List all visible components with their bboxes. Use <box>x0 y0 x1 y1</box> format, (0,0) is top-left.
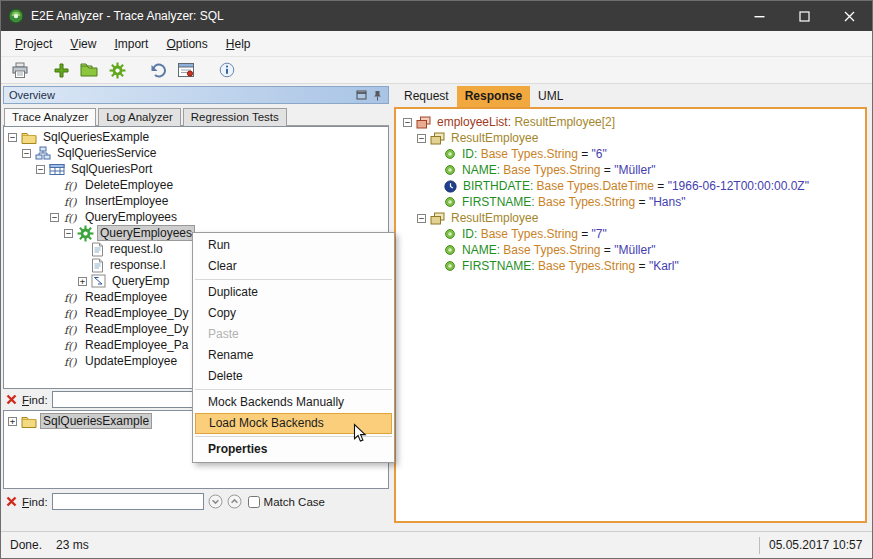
pin-icon[interactable] <box>372 90 383 101</box>
text-part: Base Types.String <box>538 195 635 209</box>
context-item-duplicate[interactable]: Duplicate <box>193 282 394 303</box>
response-node-name[interactable]: NAME: Base Types.String = "Müller" <box>399 162 862 178</box>
tab-request[interactable]: Request <box>396 86 457 107</box>
tab-response[interactable]: Response <box>457 86 530 107</box>
text-part: = <box>601 163 615 177</box>
response-node-firstname[interactable]: FIRSTNAME: Base Types.String = "Karl" <box>399 258 862 274</box>
find-previous-button[interactable] <box>227 494 242 509</box>
expander-plus-icon[interactable]: + <box>8 417 17 426</box>
menu-import[interactable]: Import <box>105 31 157 56</box>
response-node-label: NAME: Base Types.String = "Müller" <box>460 243 657 257</box>
add-button[interactable] <box>49 59 73 82</box>
menu-help[interactable]: Help <box>217 31 260 56</box>
context-item-properties[interactable]: Properties <box>193 439 394 460</box>
menu-project[interactable]: Project <box>6 31 61 56</box>
context-item-copy[interactable]: Copy <box>193 303 394 324</box>
trace-node-sqlqueriesservice[interactable]: −SqlQueriesService <box>4 145 388 161</box>
response-node-birthdate[interactable]: BIRTHDATE: Base Types.DateTime = "1966-0… <box>399 178 862 194</box>
svg-text:f(): f() <box>64 339 77 352</box>
find-bar-bottom: Find: Match Case <box>3 489 389 514</box>
menu-view[interactable]: View <box>61 31 105 56</box>
open-project-button[interactable] <box>77 59 101 82</box>
result-object-icon <box>430 132 445 145</box>
minimize-button[interactable] <box>737 1 782 31</box>
print-button[interactable] <box>8 59 32 82</box>
trace-node-label: SqlQueriesService <box>55 146 158 160</box>
clear-find-button[interactable] <box>5 393 18 406</box>
info-button[interactable] <box>215 59 239 82</box>
expander-plus-icon[interactable]: + <box>78 277 87 286</box>
response-node-id[interactable]: ID: Base Types.String = "7" <box>399 226 862 242</box>
expander-minus-icon[interactable]: − <box>64 229 73 238</box>
expander-minus-icon[interactable]: − <box>403 118 412 127</box>
text-part: "Hans" <box>649 195 686 209</box>
trace-node-label: UpdateEmployee <box>83 354 179 368</box>
context-item-delete[interactable]: Delete <box>193 366 394 387</box>
text-part: = <box>601 243 615 257</box>
trace-node-queryemployees[interactable]: −f()QueryEmployees <box>4 209 388 225</box>
trace-node-sqlqueriesexample[interactable]: −SqlQueriesExample <box>4 129 388 145</box>
menu-separator <box>195 436 392 437</box>
response-node-label: NAME: Base Types.String = "Müller" <box>460 163 657 177</box>
svg-text:f(): f() <box>64 179 77 192</box>
context-item-rename[interactable]: Rename <box>193 345 394 366</box>
context-item-load-mock-backends[interactable]: Load Mock Backends <box>195 413 392 434</box>
context-item-clear[interactable]: Clear <box>193 256 394 277</box>
folder-icon <box>21 131 37 144</box>
status-message: Done. <box>1 538 42 552</box>
tab-regression-tests[interactable]: Regression Tests <box>183 108 287 126</box>
project-node-label: SqlQueriesExample <box>41 414 151 428</box>
find-input-bottom[interactable] <box>52 493 204 510</box>
overview-title: Overview <box>9 89 55 101</box>
context-item-run[interactable]: Run <box>193 235 394 256</box>
find-next-button[interactable] <box>208 494 223 509</box>
clear-find-button[interactable] <box>5 495 18 508</box>
result-object-icon <box>430 212 445 225</box>
expander-minus-icon[interactable]: − <box>417 134 426 143</box>
response-node-id[interactable]: ID: Base Types.String = "6" <box>399 146 862 162</box>
log-file-icon <box>91 242 104 257</box>
response-node-resultemployee[interactable]: −ResultEmployee <box>399 130 862 146</box>
response-node-firstname[interactable]: FIRSTNAME: Base Types.String = "Hans" <box>399 194 862 210</box>
settings-button[interactable] <box>105 59 129 82</box>
response-node-employeelist[interactable]: −employeeList: ResultEmployee[2] <box>399 114 862 130</box>
svg-text:f(): f() <box>64 307 77 320</box>
expander-minus-icon[interactable]: − <box>36 165 45 174</box>
trace-node-sqlqueriesport[interactable]: −SqlQueriesPort <box>4 161 388 177</box>
trace-node-deleteemployee[interactable]: f()DeleteEmployee <box>4 177 388 193</box>
status-duration: 23 ms <box>56 538 89 552</box>
window-controls <box>737 1 872 31</box>
tab-log-analyzer[interactable]: Log Analyzer <box>98 108 181 126</box>
tab-uml[interactable]: UML <box>530 86 571 107</box>
trace-view-button[interactable] <box>174 59 198 82</box>
float-window-icon[interactable] <box>356 90 367 100</box>
text-part: ID: <box>462 147 481 161</box>
menu-options[interactable]: Options <box>157 31 216 56</box>
trace-node-insertemployee[interactable]: f()InsertEmployee <box>4 193 388 209</box>
maximize-icon <box>799 11 810 22</box>
match-case-checkbox[interactable] <box>248 496 260 508</box>
undo-button[interactable] <box>146 59 170 82</box>
text-part: BIRTHDATE: <box>463 179 537 193</box>
svg-text:f(): f() <box>64 291 77 304</box>
expander-minus-icon[interactable]: − <box>417 214 426 223</box>
close-icon <box>844 11 855 22</box>
close-button[interactable] <box>827 1 872 31</box>
expander-minus-icon[interactable]: − <box>50 213 59 222</box>
status-bar: Done. 23 ms 05.05.2017 10:57 <box>1 531 872 558</box>
text-part: Base Types.DateTime <box>537 179 654 193</box>
status-datetime: 05.05.2017 10:57 <box>760 538 872 552</box>
response-node-name[interactable]: NAME: Base Types.String = "Müller" <box>399 242 862 258</box>
function-icon: f() <box>63 179 79 192</box>
response-tree: −employeeList: ResultEmployee[2]−ResultE… <box>394 107 867 523</box>
response-node-resultemployee[interactable]: −ResultEmployee <box>399 210 862 226</box>
tab-trace-analyzer[interactable]: Trace Analyzer <box>4 108 96 126</box>
title-bar[interactable]: E2E Analyzer - Trace Analyzer: SQL <box>1 1 872 31</box>
find-label: Find: <box>22 394 48 406</box>
expander-minus-icon[interactable]: − <box>8 133 17 142</box>
toolbar <box>1 57 872 84</box>
expander-minus-icon[interactable]: − <box>22 149 31 158</box>
context-item-mock-backends-manually[interactable]: Mock Backends Manually <box>193 392 394 413</box>
match-case-option: Match Case <box>248 496 325 508</box>
maximize-button[interactable] <box>782 1 827 31</box>
